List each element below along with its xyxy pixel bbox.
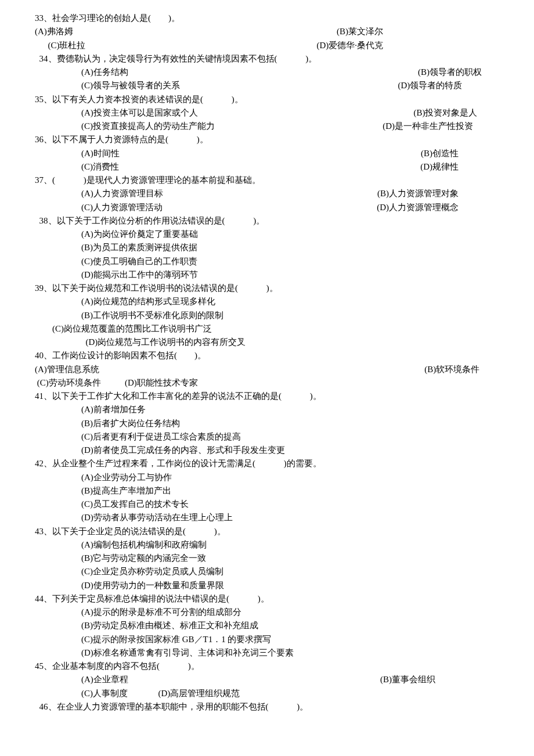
question-stem: 33、社会学习理论的创始人是( )。	[35, 12, 499, 25]
option: (C)消费性	[81, 160, 420, 174]
question-stem: 41、以下关于工作扩大化和工作丰富化的差异的说法不正确的是( )。	[35, 390, 499, 403]
option: (B)创造性	[421, 147, 459, 160]
question-stem: 34、费德勒认为，决定领导行为有效性的关键情境因素不包括( )。	[35, 52, 499, 66]
option: (A)前者增加任务	[81, 403, 146, 416]
option-row: (C)岗位规范覆盖的范围比工作说明书广泛	[35, 322, 499, 336]
option-row: (B)提高生产率增加产出	[35, 484, 499, 498]
exam-questions: 33、社会学习理论的创始人是( )。(A)弗洛姆(B)莱文泽尔 (C)班杜拉(D…	[35, 12, 499, 714]
option-row: (B)工作说明书不受标准化原则的限制	[35, 309, 499, 322]
option: (C)提示的附录按国家标准 GB／T1．1 的要求撰写	[81, 633, 272, 646]
option: (A)时间性	[81, 147, 421, 160]
option-row: (D)劳动者从事劳动活动在生理上心理上	[35, 511, 499, 524]
option: (C)后者更有利于促进员工综合素质的提高	[81, 430, 241, 444]
option: (A)投资主体可以是国家或个人	[81, 106, 414, 120]
option: (B)领导者的职权	[418, 66, 499, 79]
question-stem: 35、以下有关人力资本投资的表述错误的是( )。	[35, 93, 499, 106]
question-stem: 39、以下关于岗位规范和工作说明书的说法错误的是( )。	[35, 282, 499, 295]
option: (B)投资对象是人	[414, 106, 500, 120]
option-row: (A)时间性(B)创造性	[35, 147, 499, 160]
option: (B)为员工的素质测评提供依据	[81, 241, 197, 254]
option-row: (B)它与劳动定额的内涵完全一致	[35, 552, 499, 565]
option: (D)是一种非生产性投资	[383, 120, 499, 133]
question-stem: 46、在企业人力资源管理的基本职能中，录用的职能不包括( )。	[35, 700, 499, 714]
option-row: (D)前者使员工完成任务的内容、形式和手段发生变更	[35, 444, 499, 457]
option-row: (B)为员工的素质测评提供依据	[35, 241, 499, 254]
option-row: (D)能揭示出工作中的薄弱环节	[35, 268, 499, 282]
question-stem: 42、从企业整个生产过程来看，工作岗位的设计无需满足( )的需要。	[35, 457, 499, 470]
option-row: (C)人力资源管理活动(D)人力资源管理概念	[35, 201, 499, 214]
option-row: (C)提示的附录按国家标准 GB／T1．1 的要求撰写	[35, 633, 499, 646]
option-row: (D)使用劳动力的一种数量和质量界限	[35, 579, 499, 592]
option: (C)人事制度 (D)高层管理组织规范	[81, 687, 240, 700]
option: (A)提示的附录是标准不可分割的组成部分	[81, 606, 241, 619]
option: (D)领导者的特质	[398, 79, 499, 92]
option-row: (B)劳动定员标准由概述、标准正文和补充组成	[35, 619, 499, 632]
option: (D)能揭示出工作中的薄弱环节	[81, 268, 198, 282]
option: (B)后者扩大岗位任务结构	[81, 417, 180, 430]
option-row: (C)后者更有利于促进员工综合素质的提高	[35, 430, 499, 444]
option-row: (D)岗位规范与工作说明书的内容有所交叉	[35, 336, 499, 349]
option: (B)提高生产率增加产出	[81, 484, 171, 498]
option-row: (C)投资直接提高人的劳动生产能力(D)是一种非生产性投资	[35, 120, 499, 133]
option: (A)企业劳动分工与协作	[81, 471, 172, 484]
option-row: (A)管理信息系统(B)软环境条件	[35, 363, 499, 376]
option: (D)规律性	[420, 160, 459, 174]
option: (A)为岗位评价奠定了重要基础	[81, 228, 198, 241]
option-row: (A)前者增加任务	[35, 403, 499, 416]
option-row: (B)后者扩大岗位任务结构	[35, 417, 499, 430]
option-row: (A)编制包括机构编制和政府编制	[35, 538, 499, 552]
option-row: (A)企业章程(B)董事会组织	[35, 673, 499, 686]
option-row: (A)提示的附录是标准不可分割的组成部分	[35, 606, 499, 619]
question-stem: 43、以下关于企业定员的说法错误的是( )。	[35, 525, 499, 538]
question-stem: 40、工作岗位设计的影响因素不包括( )。	[35, 349, 499, 362]
option: (A)管理信息系统	[35, 363, 424, 376]
option: (C)岗位规范覆盖的范围比工作说明书广泛	[52, 322, 212, 336]
option: (D)使用劳动力的一种数量和质量界限	[81, 579, 224, 592]
option: (C)劳动环境条件 (D)职能性技术专家	[35, 376, 198, 390]
option-row: (A)企业劳动分工与协作	[35, 471, 499, 484]
option: (B)人力资源管理对象	[377, 187, 459, 200]
option-row: (C)领导与被领导者的关系(D)领导者的特质	[35, 79, 499, 92]
question-stem: 38、以下关于工作岗位分析的作用说法错误的是( )。	[35, 214, 499, 228]
option-row: (C)员工发挥自己的技术专长	[35, 498, 499, 511]
option: (B)工作说明书不受标准化原则的限制	[81, 309, 223, 322]
option: (D)前者使员工完成任务的内容、形式和手段发生变更	[81, 444, 285, 457]
option-row: (A)岗位规范的结构形式呈现多样化	[35, 295, 499, 308]
option: (A)编制包括机构编制和政府编制	[81, 538, 207, 552]
option-row: (A)为岗位评价奠定了重要基础	[35, 228, 499, 241]
option-row: (C)人事制度 (D)高层管理组织规范	[35, 687, 499, 700]
option: (A)任务结构	[81, 66, 418, 79]
option: (D)岗位规范与工作说明书的内容有所交叉	[81, 336, 246, 349]
option-row: (C)消费性(D)规律性	[35, 160, 499, 174]
option: (D)标准名称通常禽有引导词、主体词和补充词三个要素	[81, 646, 294, 660]
option-row: (C)劳动环境条件 (D)职能性技术专家	[35, 376, 499, 390]
option: (D)爱德华·桑代克	[316, 39, 383, 52]
option: (B)它与劳动定额的内涵完全一致	[81, 552, 206, 565]
option: (B)董事会组织	[380, 673, 435, 686]
question-stem: 45、企业基本制度的内容不包括( )。	[35, 660, 499, 673]
option: (B)莱文泽尔	[337, 25, 383, 38]
option: (A)岗位规范的结构形式呈现多样化	[81, 295, 215, 308]
option-row: (A)弗洛姆(B)莱文泽尔	[35, 25, 499, 38]
question-stem: 37、( )是现代人力资源管理理论的基本前提和基础。	[35, 174, 499, 187]
option-row: (C)企业定员亦称劳动定员或人员编制	[35, 565, 499, 578]
option-row: (D)标准名称通常禽有引导词、主体词和补充词三个要素	[35, 646, 499, 660]
option: (C)使员工明确自己的工作职责	[81, 255, 197, 268]
question-stem: 44、下列关于定员标准总体编排的说法中错误的是( )。	[35, 592, 499, 606]
option: (A)人力资源管理目标	[81, 187, 377, 200]
option-row: (C)班杜拉(D)爱德华·桑代克	[35, 39, 499, 52]
option: (C)员工发挥自己的技术专长	[81, 498, 189, 511]
option: (C)投资直接提高人的劳动生产能力	[81, 120, 383, 133]
option: (D)劳动者从事劳动活动在生理上心理上	[81, 511, 233, 524]
option: (C)班杜拉	[35, 39, 316, 52]
option-row: (A)人力资源管理目标(B)人力资源管理对象	[35, 187, 499, 200]
option: (A)弗洛姆	[35, 25, 337, 38]
question-stem: 36、以下不属于人力资源特点的是( )。	[35, 133, 499, 146]
option-row: (A)任务结构(B)领导者的职权	[35, 66, 499, 79]
option: (A)企业章程	[81, 673, 380, 686]
option: (C)企业定员亦称劳动定员或人员编制	[81, 565, 223, 578]
option: (C)领导与被领导者的关系	[81, 79, 398, 92]
option: (B)劳动定员标准由概述、标准正文和补充组成	[81, 619, 258, 632]
option-row: (A)投资主体可以是国家或个人(B)投资对象是人	[35, 106, 499, 120]
option: (C)人力资源管理活动	[81, 201, 377, 214]
